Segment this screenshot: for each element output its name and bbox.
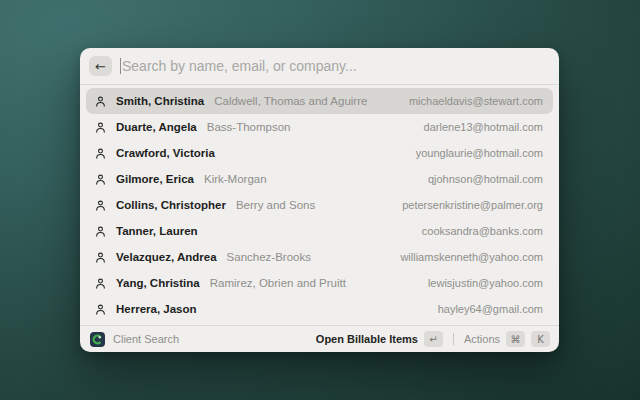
- result-row[interactable]: Collins, Christopher Berry and Sons pete…: [86, 192, 553, 218]
- command-key-icon[interactable]: ⌘: [506, 331, 525, 347]
- result-email: darlene13@hotmail.com: [424, 121, 543, 133]
- result-row[interactable]: Herrera, Jason hayley64@gmail.com: [86, 296, 553, 322]
- result-name: Herrera, Jason: [116, 303, 197, 315]
- result-email: petersenkristine@palmer.org: [402, 199, 543, 211]
- return-key-icon[interactable]: ↵: [424, 331, 443, 347]
- result-name: Collins, Christopher: [116, 199, 226, 211]
- footer-app-name: Client Search: [113, 333, 179, 345]
- result-row[interactable]: Crawford, Victoria younglaurie@hotmail.c…: [86, 140, 553, 166]
- result-company: Sanchez-Brooks: [227, 251, 311, 263]
- person-icon: [94, 95, 107, 108]
- result-company: Berry and Sons: [236, 199, 315, 211]
- client-search-app-icon: [90, 332, 105, 347]
- result-row[interactable]: Gilmore, Erica Kirk-Morgan qjohnson@hotm…: [86, 166, 553, 192]
- person-icon: [94, 121, 107, 134]
- search-bar: ←: [80, 48, 559, 84]
- divider: [453, 333, 454, 345]
- result-name: Crawford, Victoria: [116, 147, 215, 159]
- result-email: qjohnson@hotmail.com: [428, 173, 543, 185]
- result-name: Tanner, Lauren: [116, 225, 198, 237]
- footer-bar: Client Search Open Billable Items ↵ Acti…: [80, 326, 559, 352]
- result-name: Gilmore, Erica: [116, 173, 194, 185]
- result-name: Velazquez, Andrea: [116, 251, 217, 263]
- person-icon: [94, 173, 107, 186]
- result-name: Yang, Christina: [116, 277, 200, 289]
- result-email: lewisjustin@yahoo.com: [428, 277, 543, 289]
- person-icon: [94, 147, 107, 160]
- person-icon: [94, 199, 107, 212]
- person-icon: [94, 303, 107, 316]
- results-list: Smith, Christina Caldwell, Thomas and Ag…: [80, 85, 559, 325]
- result-company: Kirk-Morgan: [204, 173, 267, 185]
- result-company: Caldwell, Thomas and Aguirre: [214, 95, 367, 107]
- result-email: younglaurie@hotmail.com: [416, 147, 543, 159]
- back-button[interactable]: ←: [89, 56, 112, 76]
- open-billable-items-action[interactable]: Open Billable Items: [316, 333, 418, 345]
- k-key-icon[interactable]: K: [531, 331, 550, 347]
- search-input[interactable]: [121, 58, 547, 74]
- result-row[interactable]: Smith, Christina Caldwell, Thomas and Ag…: [86, 88, 553, 114]
- result-email: cooksandra@banks.com: [422, 225, 543, 237]
- result-row[interactable]: Velazquez, Andrea Sanchez-Brooks william…: [86, 244, 553, 270]
- result-email: williamskenneth@yahoo.com: [400, 251, 543, 263]
- command-palette-window: ← Smith, Christina Caldwell, Thomas and …: [80, 48, 559, 352]
- result-name: Smith, Christina: [116, 95, 204, 107]
- result-row[interactable]: Duarte, Angela Bass-Thompson darlene13@h…: [86, 114, 553, 140]
- person-icon: [94, 225, 107, 238]
- result-name: Duarte, Angela: [116, 121, 197, 133]
- person-icon: [94, 277, 107, 290]
- result-email: hayley64@gmail.com: [438, 303, 543, 315]
- result-row[interactable]: Tanner, Lauren cooksandra@banks.com: [86, 218, 553, 244]
- result-row[interactable]: Yang, Christina Ramirez, Obrien and Prui…: [86, 270, 553, 296]
- result-email: michaeldavis@stewart.com: [409, 95, 543, 107]
- result-company: Bass-Thompson: [207, 121, 291, 133]
- actions-menu-button[interactable]: Actions: [464, 333, 500, 345]
- footer-actions: Open Billable Items ↵ Actions ⌘ K: [316, 331, 550, 347]
- person-icon: [94, 251, 107, 264]
- result-company: Ramirez, Obrien and Pruitt: [210, 277, 346, 289]
